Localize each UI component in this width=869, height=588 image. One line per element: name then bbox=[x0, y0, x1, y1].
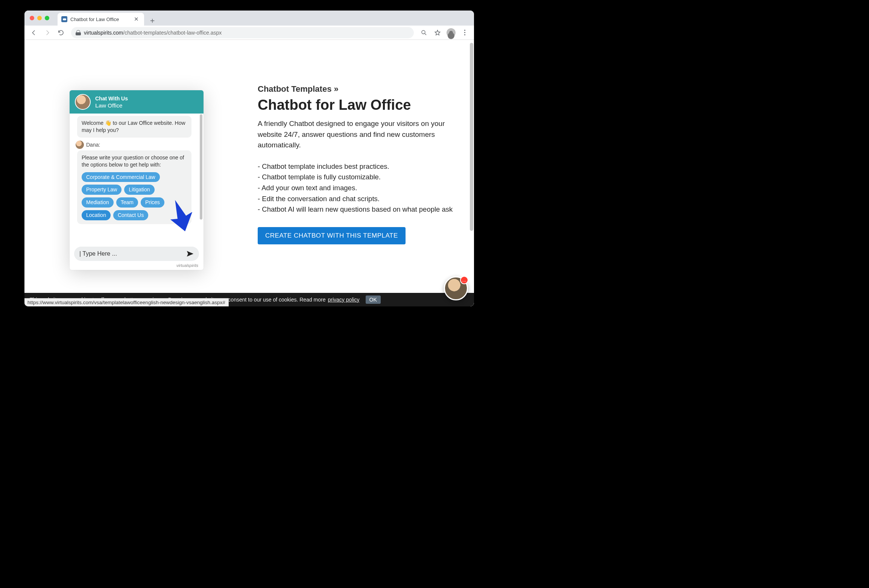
svg-marker-2 bbox=[435, 30, 440, 35]
chat-input[interactable]: | Type Here ... bbox=[74, 247, 199, 261]
page-title: Chatbot for Law Office bbox=[258, 97, 453, 113]
page-content: Chat With Us Law Office Welcome 👋 to our… bbox=[24, 40, 474, 306]
zoom-icon[interactable] bbox=[418, 27, 430, 38]
chat-prompt-text: Please write your question or choose one… bbox=[82, 155, 184, 168]
favicon-icon bbox=[61, 16, 67, 22]
chat-input-placeholder: | Type Here ... bbox=[79, 250, 117, 257]
chip-option[interactable]: Prices bbox=[141, 197, 164, 208]
svg-line-1 bbox=[425, 33, 426, 35]
assistant-fab[interactable]: … bbox=[444, 276, 468, 300]
tab-close-icon[interactable]: ✕ bbox=[132, 15, 140, 23]
chip-option[interactable]: Corporate & Commercial Law bbox=[82, 172, 160, 182]
browser-tab[interactable]: Chatbot for Law Office ✕ bbox=[58, 13, 144, 26]
breadcrumb[interactable]: Chatbot Templates » bbox=[258, 84, 453, 94]
chat-header-subtitle: Law Office bbox=[95, 102, 128, 109]
bullet-item: - Chatbot template is fully customizable… bbox=[258, 172, 453, 183]
chat-sender: Dana: bbox=[76, 141, 199, 149]
privacy-policy-link[interactable]: privacy policy bbox=[328, 297, 360, 303]
cookie-ok-button[interactable]: OK bbox=[366, 296, 381, 304]
new-tab-button[interactable]: ＋ bbox=[147, 15, 158, 26]
chip-option[interactable]: Contact Us bbox=[113, 210, 148, 220]
svg-point-0 bbox=[422, 30, 425, 34]
chat-header-title: Chat With Us bbox=[95, 95, 128, 102]
browser-toolbar: virtualspirits.com/chatbot-templates/cha… bbox=[24, 26, 474, 40]
bookmark-star-icon[interactable] bbox=[432, 27, 443, 38]
page-scrollbar[interactable] bbox=[470, 43, 473, 231]
sender-name: Dana: bbox=[86, 142, 100, 148]
content-column: Chatbot Templates » Chatbot for Law Offi… bbox=[258, 84, 453, 244]
chat-widget: Chat With Us Law Office Welcome 👋 to our… bbox=[70, 90, 204, 270]
bullet-item: - Edit the conversation and chat scripts… bbox=[258, 194, 453, 205]
chat-message: Please write your question or choose one… bbox=[77, 150, 191, 224]
bullet-item: - Chatbot template includes best practic… bbox=[258, 161, 453, 172]
chat-avatar bbox=[75, 94, 91, 110]
browser-menu-icon[interactable] bbox=[459, 27, 470, 38]
maximize-window-dot[interactable] bbox=[45, 16, 49, 20]
profile-avatar-icon[interactable] bbox=[445, 27, 457, 38]
lock-icon bbox=[76, 30, 81, 35]
fab-badge: … bbox=[460, 276, 468, 284]
browser-window: Chatbot for Law Office ✕ ＋ virtualspirit… bbox=[24, 11, 474, 306]
chip-option[interactable]: Property Law bbox=[82, 185, 122, 195]
chat-header: Chat With Us Law Office bbox=[70, 90, 204, 114]
chip-option[interactable]: Mediation bbox=[82, 197, 114, 208]
chip-list: Corporate & Commercial LawProperty LawLi… bbox=[82, 172, 187, 221]
send-icon[interactable] bbox=[186, 250, 194, 258]
chip-option[interactable]: Location bbox=[82, 210, 111, 220]
close-window-dot[interactable] bbox=[30, 16, 34, 20]
bullet-item: - Add your own text and images. bbox=[258, 183, 453, 194]
back-button[interactable] bbox=[28, 27, 40, 38]
chat-body: Welcome 👋 to our Law Office website. How… bbox=[70, 114, 204, 244]
create-chatbot-button[interactable]: CREATE CHATBOT WITH THIS TEMPLATE bbox=[258, 227, 406, 244]
address-bar[interactable]: virtualspirits.com/chatbot-templates/cha… bbox=[71, 27, 414, 38]
minimize-window-dot[interactable] bbox=[37, 16, 42, 20]
forward-button[interactable] bbox=[42, 27, 53, 38]
lead-text: A friendly Chatbot designed to engage yo… bbox=[258, 118, 453, 151]
chat-brand: virtualspirits bbox=[70, 262, 204, 270]
chip-option[interactable]: Litigation bbox=[124, 185, 154, 195]
chip-option[interactable]: Team bbox=[116, 197, 138, 208]
tab-strip: Chatbot for Law Office ✕ ＋ bbox=[24, 11, 474, 26]
chat-input-area: | Type Here ... bbox=[70, 244, 204, 262]
sender-avatar-icon bbox=[76, 141, 84, 149]
bullet-list: - Chatbot template includes best practic… bbox=[258, 161, 453, 215]
bullet-item: - Chatbot AI will learn new questions ba… bbox=[258, 204, 453, 215]
chat-message: Welcome 👋 to our Law Office website. How… bbox=[77, 116, 191, 138]
chat-scrollbar[interactable] bbox=[200, 114, 202, 220]
status-bar: https://www.virtualspirits.com/vsa/templ… bbox=[24, 298, 229, 306]
reload-button[interactable] bbox=[55, 27, 67, 38]
window-controls bbox=[29, 11, 52, 26]
tab-title: Chatbot for Law Office bbox=[70, 17, 129, 22]
url-text: virtualspirits.com/chatbot-templates/cha… bbox=[84, 30, 222, 36]
